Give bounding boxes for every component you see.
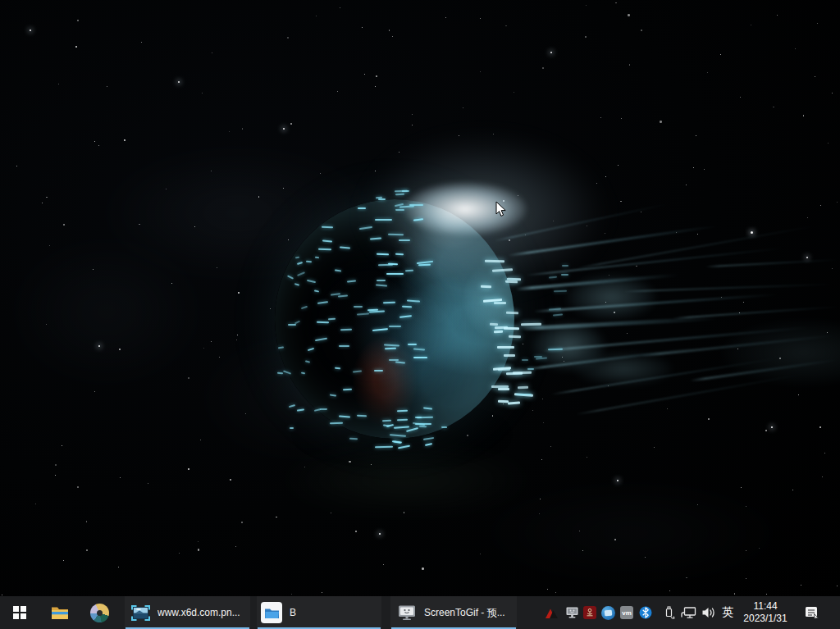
desktop-wallpaper[interactable] <box>0 0 840 596</box>
tray-red-black-app-button[interactable] <box>543 596 561 629</box>
clock-time: 11:44 <box>753 600 777 613</box>
action-center-icon <box>804 605 820 620</box>
red-black-app-icon <box>545 607 559 619</box>
taskbar: www.x6d.com.pn... B S <box>0 596 840 629</box>
browser-button[interactable] <box>82 596 116 629</box>
start-button[interactable] <box>0 596 39 629</box>
ethernet-network-icon <box>681 606 696 619</box>
tray-vmware-button[interactable]: vm <box>618 596 636 629</box>
tray-dark-red-app-button[interactable] <box>581 596 599 629</box>
tray-usb-button[interactable] <box>659 596 678 629</box>
ime-language-indicator: 英 <box>722 605 733 620</box>
task-label: ScreenToGif - 预... <box>424 606 505 620</box>
blue-folder-icon <box>261 602 282 623</box>
file-explorer-icon <box>51 605 69 620</box>
screentogif-tray-icon <box>565 606 579 619</box>
file-explorer-button[interactable] <box>43 596 77 629</box>
desktop-screen: www.x6d.com.pn... B S <box>0 0 840 629</box>
show-desktop-button[interactable] <box>833 596 840 629</box>
image-viewer-icon <box>131 605 150 621</box>
windows-logo-icon <box>13 606 26 619</box>
tray-bluetooth-button[interactable] <box>637 596 655 629</box>
volume-icon <box>701 606 716 619</box>
task-label: www.x6d.com.pn... <box>158 607 240 618</box>
tray-blue-circle-app-button[interactable] <box>599 596 617 629</box>
tray-screentogif-button[interactable] <box>563 596 581 629</box>
task-label: B <box>290 607 296 618</box>
sun-glare <box>404 182 527 236</box>
taskbar-task-folder-b[interactable]: B <box>257 596 381 629</box>
tray-language-button[interactable]: 英 <box>719 596 737 629</box>
mouse-cursor-icon <box>495 201 507 217</box>
tray-volume-button[interactable] <box>699 596 719 629</box>
usb-safe-remove-icon <box>662 606 676 620</box>
browser-swirl-icon <box>90 604 109 622</box>
taskbar-task-image-viewer[interactable]: www.x6d.com.pn... <box>125 596 250 629</box>
vmware-icon: vm <box>620 606 633 619</box>
taskbar-task-screentogif[interactable]: ScreenToGif - 预... <box>390 596 517 629</box>
bluetooth-icon <box>639 606 652 619</box>
tray-network-button[interactable] <box>678 596 699 629</box>
taskbar-clock[interactable]: 11:44 2023/1/31 <box>737 596 793 629</box>
clock-date: 2023/1/31 <box>743 613 787 625</box>
dark-red-app-icon <box>583 606 596 619</box>
screentogif-icon <box>397 604 417 621</box>
blue-circle-app-icon <box>601 606 615 620</box>
action-center-button[interactable] <box>801 596 824 629</box>
